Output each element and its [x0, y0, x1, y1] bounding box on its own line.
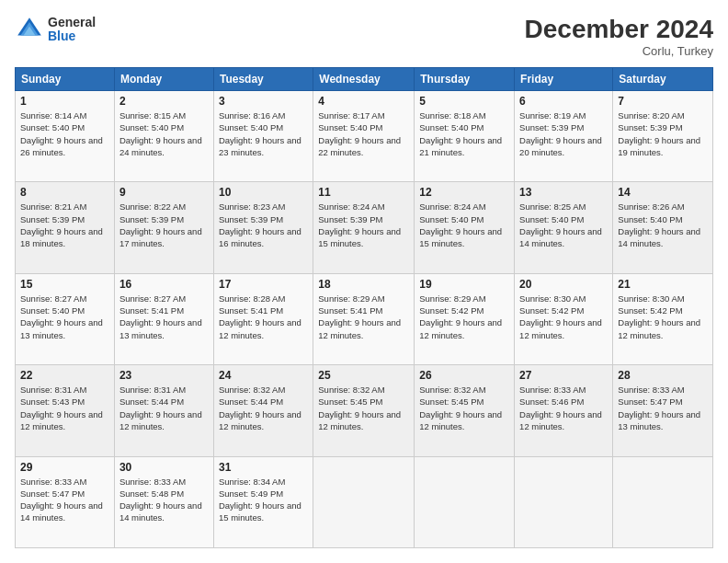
- calendar-cell: 12 Sunrise: 8:24 AMSunset: 5:40 PMDaylig…: [415, 182, 515, 273]
- calendar-cell: 6 Sunrise: 8:19 AMSunset: 5:39 PMDayligh…: [515, 91, 613, 182]
- day-number: 3: [219, 95, 308, 108]
- day-info: Sunrise: 8:17 AMSunset: 5:40 PMDaylight:…: [318, 109, 409, 158]
- day-number: 18: [318, 278, 409, 291]
- day-info: Sunrise: 8:27 AMSunset: 5:41 PMDaylight:…: [119, 293, 209, 341]
- day-number: 10: [219, 186, 308, 199]
- calendar-header: Sunday Monday Tuesday Wednesday Thursday…: [16, 68, 713, 91]
- day-info: Sunrise: 8:31 AMSunset: 5:44 PMDaylight:…: [119, 384, 209, 432]
- day-number: 11: [318, 186, 409, 199]
- calendar-cell: 26 Sunrise: 8:32 AMSunset: 5:45 PMDaylig…: [415, 365, 515, 456]
- day-info: Sunrise: 8:32 AMSunset: 5:44 PMDaylight:…: [219, 384, 308, 432]
- calendar-week-3: 15 Sunrise: 8:27 AMSunset: 5:40 PMDaylig…: [16, 273, 713, 364]
- month-title: December 2024: [525, 15, 713, 44]
- calendar-cell: 25 Sunrise: 8:32 AMSunset: 5:45 PMDaylig…: [313, 365, 415, 456]
- day-info: Sunrise: 8:20 AMSunset: 5:39 PMDaylight:…: [618, 109, 708, 158]
- day-info: Sunrise: 8:33 AMSunset: 5:46 PMDaylight:…: [519, 384, 608, 432]
- day-number: 16: [119, 278, 209, 291]
- calendar-cell: 21 Sunrise: 8:30 AMSunset: 5:42 PMDaylig…: [613, 273, 713, 364]
- col-saturday: Saturday: [613, 68, 713, 91]
- day-info: Sunrise: 8:19 AMSunset: 5:39 PMDaylight:…: [519, 109, 608, 158]
- calendar-cell: 17 Sunrise: 8:28 AMSunset: 5:41 PMDaylig…: [213, 273, 313, 364]
- col-sunday: Sunday: [16, 68, 115, 91]
- day-info: Sunrise: 8:28 AMSunset: 5:41 PMDaylight:…: [219, 293, 308, 341]
- day-number: 29: [20, 461, 109, 474]
- calendar-cell: 13 Sunrise: 8:25 AMSunset: 5:40 PMDaylig…: [515, 182, 613, 273]
- calendar-cell: 20 Sunrise: 8:30 AMSunset: 5:42 PMDaylig…: [515, 273, 613, 364]
- day-number: 26: [419, 369, 509, 382]
- title-block: December 2024 Corlu, Turkey: [525, 15, 713, 58]
- day-number: 21: [618, 278, 708, 291]
- calendar-cell: 10 Sunrise: 8:23 AMSunset: 5:39 PMDaylig…: [213, 182, 313, 273]
- col-tuesday: Tuesday: [213, 68, 313, 91]
- day-number: 9: [119, 186, 209, 199]
- day-number: 7: [618, 95, 708, 108]
- day-info: Sunrise: 8:24 AMSunset: 5:40 PMDaylight:…: [419, 201, 509, 249]
- day-number: 23: [119, 369, 209, 382]
- calendar-cell: [313, 456, 415, 547]
- day-info: Sunrise: 8:33 AMSunset: 5:47 PMDaylight:…: [618, 384, 708, 432]
- calendar-cell: 15 Sunrise: 8:27 AMSunset: 5:40 PMDaylig…: [16, 273, 115, 364]
- logo: General Blue: [15, 15, 96, 44]
- day-number: 8: [20, 186, 109, 199]
- day-info: Sunrise: 8:24 AMSunset: 5:39 PMDaylight:…: [318, 201, 409, 249]
- calendar-cell: 24 Sunrise: 8:32 AMSunset: 5:44 PMDaylig…: [213, 365, 313, 456]
- calendar-cell: 30 Sunrise: 8:33 AMSunset: 5:48 PMDaylig…: [114, 456, 213, 547]
- logo-text: General Blue: [48, 16, 96, 44]
- day-info: Sunrise: 8:29 AMSunset: 5:41 PMDaylight:…: [318, 293, 409, 341]
- calendar-cell: 2 Sunrise: 8:15 AMSunset: 5:40 PMDayligh…: [114, 91, 213, 182]
- calendar-week-5: 29 Sunrise: 8:33 AMSunset: 5:47 PMDaylig…: [16, 456, 713, 547]
- calendar-cell: 11 Sunrise: 8:24 AMSunset: 5:39 PMDaylig…: [313, 182, 415, 273]
- day-info: Sunrise: 8:30 AMSunset: 5:42 PMDaylight:…: [618, 293, 708, 341]
- day-number: 17: [219, 278, 308, 291]
- col-friday: Friday: [515, 68, 613, 91]
- logo-blue: Blue: [48, 29, 96, 43]
- day-info: Sunrise: 8:15 AMSunset: 5:40 PMDaylight:…: [119, 109, 209, 158]
- day-info: Sunrise: 8:29 AMSunset: 5:42 PMDaylight:…: [419, 293, 509, 341]
- day-number: 28: [618, 369, 708, 382]
- col-wednesday: Wednesday: [313, 68, 415, 91]
- day-number: 14: [618, 186, 708, 199]
- calendar-cell: 22 Sunrise: 8:31 AMSunset: 5:43 PMDaylig…: [16, 365, 115, 456]
- day-info: Sunrise: 8:32 AMSunset: 5:45 PMDaylight:…: [318, 384, 409, 432]
- calendar-cell: 19 Sunrise: 8:29 AMSunset: 5:42 PMDaylig…: [415, 273, 515, 364]
- location: Corlu, Turkey: [525, 44, 713, 58]
- header: General Blue December 2024 Corlu, Turkey: [15, 15, 713, 58]
- day-number: 6: [519, 95, 608, 108]
- calendar-cell: 27 Sunrise: 8:33 AMSunset: 5:46 PMDaylig…: [515, 365, 613, 456]
- day-number: 20: [519, 278, 608, 291]
- day-number: 1: [20, 95, 109, 108]
- calendar-cell: 23 Sunrise: 8:31 AMSunset: 5:44 PMDaylig…: [114, 365, 213, 456]
- day-number: 27: [519, 369, 608, 382]
- logo-general: General: [48, 16, 96, 29]
- day-info: Sunrise: 8:14 AMSunset: 5:40 PMDaylight:…: [20, 109, 109, 158]
- day-info: Sunrise: 8:31 AMSunset: 5:43 PMDaylight:…: [20, 384, 109, 432]
- calendar-cell: [515, 456, 613, 547]
- day-info: Sunrise: 8:30 AMSunset: 5:42 PMDaylight:…: [519, 293, 608, 341]
- calendar-week-2: 8 Sunrise: 8:21 AMSunset: 5:39 PMDayligh…: [16, 182, 713, 273]
- day-info: Sunrise: 8:34 AMSunset: 5:49 PMDaylight:…: [219, 476, 308, 524]
- calendar-cell: [613, 456, 713, 547]
- day-info: Sunrise: 8:27 AMSunset: 5:40 PMDaylight:…: [20, 293, 109, 341]
- calendar-cell: 8 Sunrise: 8:21 AMSunset: 5:39 PMDayligh…: [16, 182, 115, 273]
- col-thursday: Thursday: [415, 68, 515, 91]
- day-number: 5: [419, 95, 509, 108]
- calendar-cell: [415, 456, 515, 547]
- calendar-week-1: 1 Sunrise: 8:14 AMSunset: 5:40 PMDayligh…: [16, 91, 713, 182]
- day-info: Sunrise: 8:33 AMSunset: 5:47 PMDaylight:…: [20, 476, 109, 524]
- day-number: 25: [318, 369, 409, 382]
- day-info: Sunrise: 8:18 AMSunset: 5:40 PMDaylight:…: [419, 109, 509, 158]
- calendar-cell: 18 Sunrise: 8:29 AMSunset: 5:41 PMDaylig…: [313, 273, 415, 364]
- calendar-week-4: 22 Sunrise: 8:31 AMSunset: 5:43 PMDaylig…: [16, 365, 713, 456]
- calendar-cell: 4 Sunrise: 8:17 AMSunset: 5:40 PMDayligh…: [313, 91, 415, 182]
- day-info: Sunrise: 8:22 AMSunset: 5:39 PMDaylight:…: [119, 201, 209, 249]
- col-monday: Monday: [114, 68, 213, 91]
- day-info: Sunrise: 8:25 AMSunset: 5:40 PMDaylight:…: [519, 201, 608, 249]
- day-info: Sunrise: 8:16 AMSunset: 5:40 PMDaylight:…: [219, 109, 308, 158]
- calendar-table: Sunday Monday Tuesday Wednesday Thursday…: [15, 67, 713, 548]
- day-number: 15: [20, 278, 109, 291]
- calendar-cell: 29 Sunrise: 8:33 AMSunset: 5:47 PMDaylig…: [16, 456, 115, 547]
- day-number: 12: [419, 186, 509, 199]
- day-info: Sunrise: 8:21 AMSunset: 5:39 PMDaylight:…: [20, 201, 109, 249]
- day-number: 13: [519, 186, 608, 199]
- day-info: Sunrise: 8:23 AMSunset: 5:39 PMDaylight:…: [219, 201, 308, 249]
